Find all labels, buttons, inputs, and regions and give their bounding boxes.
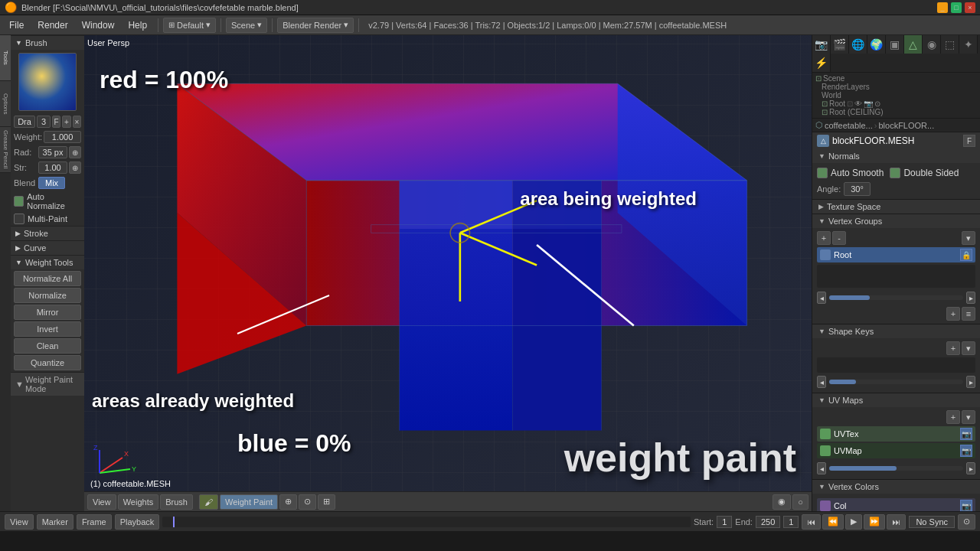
- timeline-extra-btn[interactable]: ⊙: [958, 514, 975, 530]
- vg-plus-btn[interactable]: +: [946, 307, 960, 321]
- auto-smooth-check[interactable]: [817, 168, 828, 178]
- vp-zoom-btn[interactable]: ⊙: [299, 494, 316, 510]
- vp-paint-icon[interactable]: 🖌: [199, 494, 218, 510]
- end-value[interactable]: 250: [756, 516, 780, 528]
- viewport[interactable]: red = 100% blue = 0% areas already weigh…: [84, 35, 812, 511]
- multi-paint-check[interactable]: [14, 214, 24, 224]
- auto-normalize-check[interactable]: [14, 196, 24, 207]
- play-start-btn[interactable]: ⏮: [802, 514, 821, 530]
- mode-footer[interactable]: ▼ Weight Paint Mode: [11, 372, 84, 396]
- uv-add-btn[interactable]: +: [946, 410, 960, 424]
- uv-extra-btn[interactable]: ▾: [962, 410, 975, 424]
- maximize-button[interactable]: □: [951, 2, 962, 13]
- right-tab-scene[interactable]: 🌐: [849, 35, 867, 54]
- weight-value[interactable]: 1.000: [44, 131, 81, 143]
- menu-window[interactable]: Window: [76, 18, 121, 32]
- timeline-marker-btn[interactable]: Marker: [37, 514, 74, 530]
- menu-help[interactable]: Help: [122, 18, 153, 32]
- vp-weights-btn[interactable]: Weights: [118, 494, 159, 510]
- f-mesh-btn[interactable]: F: [963, 135, 975, 147]
- brush-section-header[interactable]: ▼ Brush: [11, 35, 84, 50]
- close-button[interactable]: ×: [965, 2, 975, 13]
- vp-nav-btn[interactable]: ⊕: [279, 494, 297, 510]
- normalize-btn[interactable]: Normalize: [14, 288, 81, 303]
- uv-maps-header[interactable]: ▼ UV Maps: [812, 393, 980, 407]
- right-tab-mesh[interactable]: △: [904, 35, 923, 54]
- vertex-groups-header[interactable]: ▼ Vertex Groups: [812, 214, 980, 228]
- normals-header[interactable]: ▼ Normals: [812, 149, 980, 163]
- menu-render[interactable]: Render: [31, 18, 74, 32]
- frame-value[interactable]: 1: [783, 516, 799, 528]
- normalize-all-btn[interactable]: Normalize All: [14, 271, 81, 286]
- scene-selector[interactable]: Scene ▾: [226, 18, 267, 33]
- minimize-button[interactable]: _: [937, 2, 948, 13]
- uv-cam-btn-0[interactable]: 📷: [960, 428, 972, 440]
- right-tab-camera[interactable]: 📷: [812, 35, 831, 54]
- timeline-track[interactable]: [162, 517, 691, 527]
- uv-slider-left[interactable]: ◂: [817, 462, 826, 474]
- timeline-view-btn[interactable]: View: [5, 514, 34, 530]
- vg-slider-left[interactable]: ◂: [817, 292, 826, 304]
- col-item-0[interactable]: Col 📷: [817, 498, 975, 511]
- tab-tools[interactable]: Tools: [0, 35, 11, 81]
- sk-slider-track[interactable]: [829, 380, 963, 384]
- sk-slider-left[interactable]: ◂: [817, 376, 826, 388]
- play-end-btn[interactable]: ⏭: [887, 514, 906, 530]
- uv-slider-track[interactable]: [829, 466, 963, 471]
- no-sync-label[interactable]: No Sync: [909, 516, 955, 528]
- uv-item-1[interactable]: UVMap 📷: [817, 443, 975, 458]
- tab-options[interactable]: Options: [0, 81, 11, 127]
- right-tab-render[interactable]: 🎬: [831, 35, 849, 54]
- vg-list-btn[interactable]: ≡: [962, 307, 975, 321]
- f-btn[interactable]: F: [52, 116, 60, 128]
- quantize-btn[interactable]: Quantize: [14, 355, 81, 370]
- timeline-frame-btn[interactable]: Frame: [77, 514, 112, 530]
- engine-selector[interactable]: Blender Render ▾: [277, 18, 354, 33]
- vp-mode-btn[interactable]: Weight Paint: [220, 494, 278, 510]
- strength-value[interactable]: 1.00: [38, 161, 67, 174]
- right-tab-world[interactable]: 🌍: [867, 35, 886, 54]
- radius-extra[interactable]: ⊕: [69, 146, 81, 158]
- blend-value[interactable]: Mix: [38, 177, 65, 189]
- vg-extra-btn[interactable]: ▾: [962, 231, 975, 245]
- right-tab-physics[interactable]: ⚡: [812, 54, 831, 72]
- vg-lock-btn[interactable]: 🔒: [960, 249, 972, 261]
- uv-slider-right[interactable]: ▸: [966, 462, 975, 474]
- play-btn[interactable]: ▶: [845, 514, 862, 530]
- minus-btn[interactable]: ×: [73, 116, 81, 128]
- angle-value[interactable]: 30°: [844, 182, 871, 196]
- vp-brush-btn[interactable]: Brush: [160, 494, 193, 510]
- right-tab-object[interactable]: ▣: [886, 35, 904, 54]
- mode-selector[interactable]: ⊞ Default ▾: [163, 18, 216, 33]
- timeline-playback-btn[interactable]: Playback: [115, 514, 160, 530]
- double-sided-check[interactable]: [890, 168, 900, 178]
- uv-cam-btn-1[interactable]: 📷: [960, 445, 972, 457]
- sk-extra-btn[interactable]: ▾: [962, 341, 975, 355]
- vg-slider-right[interactable]: ▸: [966, 292, 975, 304]
- radius-value[interactable]: 35 px: [38, 146, 67, 158]
- curve-section-header[interactable]: ▶ Curve: [11, 240, 84, 255]
- menu-file[interactable]: File: [3, 18, 30, 32]
- clean-btn[interactable]: Clean: [14, 338, 81, 354]
- vertex-group-root[interactable]: Root 🔒: [817, 247, 975, 262]
- vg-slider-track[interactable]: [829, 295, 963, 300]
- plus-btn[interactable]: +: [62, 116, 70, 128]
- sk-add-btn[interactable]: +: [946, 341, 960, 355]
- weight-tools-section-header[interactable]: ▼ Weight Tools: [11, 255, 84, 269]
- col-cam-btn-0[interactable]: 📷: [960, 500, 972, 511]
- mode-num[interactable]: 3: [37, 116, 51, 128]
- vp-overlay-btn[interactable]: ◉: [773, 494, 791, 510]
- vp-grid-btn[interactable]: ⊞: [318, 494, 335, 510]
- vp-view-btn[interactable]: View: [87, 494, 116, 510]
- right-tab-material[interactable]: ◉: [923, 35, 941, 54]
- vg-remove-btn[interactable]: -: [832, 231, 846, 245]
- texture-space-header[interactable]: ▶ Texture Space: [812, 200, 980, 214]
- mirror-btn[interactable]: Mirror: [14, 305, 81, 320]
- vg-add-btn[interactable]: +: [817, 231, 831, 245]
- stroke-section-header[interactable]: ▶ Stroke: [11, 226, 84, 240]
- strength-extra[interactable]: ⊕: [69, 161, 81, 174]
- start-value[interactable]: 1: [717, 516, 732, 528]
- play-fwd-btn[interactable]: ⏩: [864, 514, 885, 530]
- shape-keys-header[interactable]: ▼ Shape Keys: [812, 324, 980, 338]
- tab-grease[interactable]: Grease Pencil: [0, 127, 11, 173]
